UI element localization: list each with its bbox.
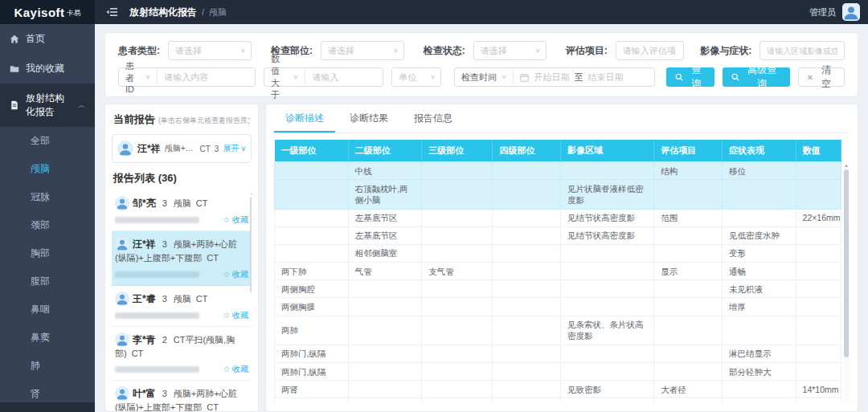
- table-cell[interactable]: 左基底节区: [348, 226, 422, 244]
- table-cell[interactable]: 增厚: [722, 298, 796, 316]
- table-cell[interactable]: [561, 162, 654, 180]
- table-cell[interactable]: [722, 381, 796, 398]
- search-button[interactable]: 查询: [666, 67, 714, 87]
- table-cell[interactable]: 支气管: [422, 263, 493, 280]
- table-cell[interactable]: [493, 363, 561, 381]
- table-cell[interactable]: 两肺门,纵隔: [275, 345, 349, 362]
- table-cell[interactable]: [654, 180, 723, 209]
- table-cell[interactable]: [561, 280, 654, 298]
- table-cell[interactable]: 两肺: [275, 316, 349, 345]
- patient-type-select[interactable]: 请选择 ∨: [168, 41, 252, 60]
- table-cell[interactable]: [422, 226, 493, 244]
- table-cell[interactable]: [275, 244, 349, 262]
- table-cell[interactable]: 两侧胸膜: [275, 298, 349, 316]
- table-cell[interactable]: [796, 363, 841, 381]
- table-cell[interactable]: [796, 162, 841, 180]
- table-cell[interactable]: [422, 398, 493, 403]
- table-cell[interactable]: 14*10mm: [796, 381, 841, 398]
- table-cell[interactable]: [348, 381, 422, 398]
- list-item[interactable]: 汪*祥3颅脑+两肺+心脏(纵隔)+上腹部+下腹部CT ☆ 收藏: [112, 231, 252, 286]
- list-item[interactable]: 李*青2CT平扫(颅脑,胸部)CT ☆ 收藏: [112, 327, 252, 381]
- clear-button[interactable]: ✕ 清空: [798, 67, 845, 87]
- table-cell[interactable]: 相邻侧脑室: [348, 244, 422, 262]
- sidebar-subitem[interactable]: 肺: [0, 352, 95, 380]
- eval-item-input[interactable]: [616, 46, 684, 55]
- table-cell[interactable]: [493, 209, 561, 226]
- sidebar-subitem[interactable]: 鼻咽: [0, 296, 95, 324]
- table-cell[interactable]: 两下肺: [275, 263, 349, 280]
- table-cell[interactable]: 左肾上腺: [275, 398, 349, 403]
- tab[interactable]: 诊断结果: [338, 104, 399, 133]
- scroll-up-arrow[interactable]: ▲: [249, 190, 252, 195]
- table-cell[interactable]: [348, 363, 422, 381]
- table-cell[interactable]: [561, 363, 654, 381]
- sidebar-item-favorites[interactable]: 我的收藏: [0, 54, 95, 84]
- user-name[interactable]: 管理员: [809, 6, 836, 18]
- table-cell[interactable]: [796, 316, 841, 345]
- table-cell[interactable]: [348, 298, 422, 316]
- table-cell[interactable]: [493, 398, 561, 403]
- sidebar-subitem[interactable]: 全部: [0, 127, 95, 155]
- favorite-button[interactable]: ☆ 收藏: [223, 214, 248, 226]
- table-cell[interactable]: [654, 280, 723, 298]
- table-cell[interactable]: [493, 316, 561, 345]
- table-cell[interactable]: [348, 280, 422, 298]
- table-scrollbar[interactable]: ▲: [843, 162, 850, 403]
- table-cell[interactable]: 未见积液: [722, 280, 796, 298]
- table-cell[interactable]: [796, 180, 841, 209]
- exam-status-select[interactable]: 请选择 ∨: [473, 41, 547, 60]
- table-cell[interactable]: [493, 280, 561, 298]
- table-cell[interactable]: [722, 180, 796, 209]
- sidebar-item-structured-reports[interactable]: 放射结构化报告 ︿: [0, 84, 95, 127]
- sidebar-item-home[interactable]: 首页: [0, 24, 95, 54]
- table-cell[interactable]: [561, 345, 654, 362]
- list-item[interactable]: 王*睿3颅脑CT ☆ 收藏: [112, 286, 252, 327]
- table-cell[interactable]: [422, 345, 493, 362]
- table-cell[interactable]: [422, 363, 493, 381]
- table-cell[interactable]: [348, 316, 422, 345]
- table-cell[interactable]: [275, 226, 349, 244]
- table-cell[interactable]: 部分轻肿大: [722, 363, 796, 381]
- favorite-button[interactable]: ☆ 收藏: [223, 269, 248, 280]
- current-report-card[interactable]: 汪*祥 颅脑+两肺+心... CT 3 展开∨: [112, 134, 252, 163]
- breadcrumb-section[interactable]: 放射结构化报告: [129, 6, 197, 19]
- table-cell[interactable]: [422, 209, 493, 226]
- patient-id-select[interactable]: 患者ID ∨: [119, 68, 158, 86]
- table-cell[interactable]: [796, 298, 841, 316]
- table-cell[interactable]: [654, 345, 723, 362]
- tab[interactable]: 报告信息: [403, 104, 464, 133]
- table-cell[interactable]: [796, 263, 841, 280]
- list-scrollbar[interactable]: ▲: [249, 190, 252, 411]
- table-cell[interactable]: [561, 263, 654, 280]
- table-cell[interactable]: [275, 209, 349, 226]
- table-cell[interactable]: [561, 298, 654, 316]
- user-avatar[interactable]: [842, 3, 860, 21]
- table-cell[interactable]: [275, 180, 349, 209]
- expand-button[interactable]: 展开∨: [223, 143, 246, 154]
- table-cell[interactable]: 见低密度水肿: [722, 226, 796, 244]
- table-cell[interactable]: [493, 345, 561, 362]
- value-input[interactable]: [305, 72, 383, 82]
- table-cell[interactable]: 见片状脑脊液样低密度影: [561, 180, 654, 209]
- table-cell[interactable]: [796, 226, 841, 244]
- sidebar-subitem[interactable]: 腹部: [0, 267, 95, 296]
- image-symptom-input[interactable]: [760, 47, 844, 55]
- table-cell[interactable]: [796, 280, 841, 298]
- table-cell[interactable]: 范围: [654, 209, 723, 226]
- table-cell[interactable]: 移位: [722, 162, 796, 180]
- sidebar-subitem[interactable]: 冠脉: [0, 183, 95, 211]
- table-cell[interactable]: [561, 398, 654, 403]
- table-cell[interactable]: [422, 381, 493, 398]
- table-cell[interactable]: 见结节状高密度影: [561, 226, 654, 244]
- table-cell[interactable]: 两侧胸腔: [275, 280, 349, 298]
- sidebar-subitem[interactable]: 颅脑: [0, 155, 95, 183]
- table-cell[interactable]: 大者径: [654, 381, 723, 398]
- table-cell[interactable]: [422, 162, 493, 180]
- tab[interactable]: 诊断描述: [274, 104, 335, 133]
- table-cell[interactable]: [796, 345, 841, 362]
- table-cell[interactable]: 见致密影: [561, 381, 654, 398]
- table-cell[interactable]: [654, 316, 723, 345]
- table-cell[interactable]: 膝部: [348, 398, 422, 403]
- table-cell[interactable]: [422, 244, 493, 262]
- table-cell[interactable]: 右顶颞枕叶,两侧小脑: [348, 180, 422, 209]
